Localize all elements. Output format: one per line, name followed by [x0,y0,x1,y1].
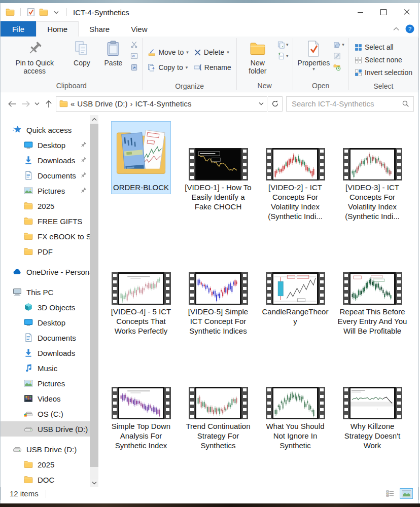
new-folder-qat-button[interactable] [39,8,48,17]
delete-button[interactable]: Delete▾ [194,48,231,56]
sidebar-item-usb-drive-d[interactable]: USB Drive (D:) [1,421,90,437]
search-icon[interactable] [402,100,409,107]
copy-button[interactable]: Copy [66,38,97,67]
paste-shortcut-button[interactable] [130,63,138,71]
sidebar-item-fx-ebook-to-sell[interactable]: FX eBOOK to SELL [1,229,90,244]
minimize-button[interactable] [348,3,372,21]
file-item-video-3-ict-concepts-for-volatility-index-synthetic-indi[interactable]: [VIDEO-3] - ICT Concepts For Volatility … [334,122,411,223]
sidebar-item-desktop[interactable]: Desktop [1,315,90,330]
sidebar-item-pictures[interactable]: Pictures [1,183,90,198]
sidebar-item-2025[interactable]: 2025 [1,457,90,472]
address-dropdown-chevron-icon[interactable] [259,102,264,105]
properties-qat-button[interactable] [26,8,36,17]
sidebar-item-pdf[interactable]: PDF [1,244,90,259]
sidebar-item-downloads[interactable]: Downloads [1,345,90,360]
scroll-up-button[interactable] [90,115,98,124]
file-item-video-4-5-ict-concepts-that-works-perfectly[interactable]: [VIDEO-4] - 5 ICT Concepts That Works Pe… [102,246,180,337]
file-item-candlerangetheory[interactable]: CandleRangeTheory [257,246,334,337]
invert-selection-button[interactable]: Invert selection [355,68,412,77]
sidebar-item-2025[interactable]: 2025 [1,198,90,213]
sidebar-item-usb-drive-d[interactable]: USB Drive (D:) [1,442,90,457]
breadcrumb-current[interactable]: ICT-4-Synthetics [135,99,192,108]
tab-file[interactable]: File [1,21,36,37]
file-item-video-2-ict-concepts-for-volatility-index-synthetic-indi[interactable]: [VIDEO-2] - ICT Concepts For Volatility … [257,122,334,223]
sidebar-item-downloads[interactable]: Downloads [1,153,90,168]
download-icon [24,348,33,357]
address-bar[interactable]: « USB Drive (D:) › ICT-4-Synthetics [56,96,267,112]
file-item-video-5-simple-ict-concept-for-synthetic-indices[interactable]: [VIDEO-5] Simple ICT Concept For Synthet… [180,246,257,337]
help-button[interactable]: ? [405,24,414,33]
rename-button[interactable]: Rename [194,63,231,71]
maximize-button[interactable] [372,3,395,21]
file-item-simple-top-down-analysis-for-synthetic-index[interactable]: Simple Top Down Analysis For Synthetic I… [102,360,180,452]
sidebar-item-music[interactable]: Music [1,360,90,376]
sidebar-item-videos[interactable]: Videos [1,391,90,406]
tab-home[interactable]: Home [36,21,79,37]
thumbnail-view-button[interactable] [400,488,413,499]
qat-customize-chevron-icon[interactable] [52,8,61,17]
refresh-button[interactable] [268,96,283,112]
select-none-icon [355,56,362,64]
file-item-why-killzone-strategy-doesn-t-work[interactable]: Why Killzone Strategy Doesn't Work [334,360,411,452]
sidebar-item-quick-access[interactable]: Quick access [1,122,90,137]
history-button[interactable] [333,63,344,71]
pc-icon [13,287,22,297]
close-button[interactable] [395,3,418,21]
file-item-what-you-should-not-ignore-in-synthetic[interactable]: What You Should Not Ignore In Synthetic [257,360,334,452]
sidebar-item-free-gifts[interactable]: FREE GIFTS [1,213,90,229]
sidebar-item-desktop[interactable]: Desktop [1,137,90,153]
file-item-video-1-how-to-easily-identify-a-fake-choch[interactable]: [VIDEO-1] - How To Easily Identify a Fak… [180,122,257,223]
sidebar-scrollbar[interactable] [90,115,98,487]
file-item-order-block[interactable]: ORDER-BLOCK [102,122,180,223]
select-none-button[interactable]: Select none [355,56,412,64]
folder-icon [24,201,33,210]
file-item-repeat-this-before-every-entry-and-you-will-be-profitable[interactable]: Repeat This Before Every Entry And You W… [334,246,411,337]
sidebar-item-label: USB Drive (D:) [38,425,90,433]
open-button[interactable]: ▾ [333,41,344,49]
scrollbar-thumb[interactable] [90,124,98,467]
filmstrip-holes-right [319,387,325,419]
sidebar-item-label: DOC [38,476,90,484]
up-button[interactable] [42,97,55,111]
search-box[interactable] [286,96,414,112]
sidebar-item-doc[interactable]: DOC [1,472,90,487]
scroll-down-button[interactable] [90,479,98,487]
select-all-button[interactable]: Select all [355,43,412,51]
sidebar-item-documents[interactable]: Documents [1,330,90,345]
collapse-ribbon-button[interactable] [393,27,399,31]
breadcrumb-root[interactable]: USB Drive (D:) [77,99,127,108]
sidebar-item-3d-objects[interactable]: 3D Objects [1,300,90,315]
forward-button[interactable] [19,97,32,111]
item-count: 12 items [10,489,39,498]
new-folder-button[interactable]: New folder [239,38,276,75]
tab-view[interactable]: View [120,21,158,37]
chevron-down-icon [34,102,40,105]
sidebar-item-this-pc[interactable]: This PC [1,284,90,300]
easy-access-button[interactable]: ▾ [277,41,289,49]
video-frame [349,272,396,305]
status-bar: 12 items [1,487,418,500]
sidebar-item-onedrive-personal[interactable]: OneDrive - Personal [1,264,90,279]
video-frame [118,272,164,305]
search-input[interactable] [291,99,402,108]
properties-button[interactable]: Properties ▾ [296,38,332,71]
paste-button[interactable]: Paste [97,38,129,67]
cut-button[interactable] [130,41,138,49]
details-view-button[interactable] [383,488,397,499]
copy-to-button[interactable]: Copy to▾ [148,63,188,71]
sidebar-item-pictures[interactable]: Pictures [1,376,90,391]
sidebar-item-os-c[interactable]: OS (C:) [1,406,90,421]
maximize-icon [380,9,387,15]
move-to-button[interactable]: Move to▾ [148,48,188,56]
breadcrumb-prefix[interactable]: « [71,99,75,108]
pin-to-quick-access-button[interactable]: Pin to Quick access [3,38,66,75]
edit-button[interactable] [333,52,344,60]
file-item-trend-continuation-strategy-for-synthetics[interactable]: Trend Continuation Strategy For Syntheti… [180,360,257,452]
sidebar-item-documents[interactable]: Documents [1,168,90,183]
new-item-button[interactable]: ▾ [277,52,289,60]
back-button[interactable] [5,97,19,111]
tab-share[interactable]: Share [79,21,120,37]
recent-locations-button[interactable] [32,97,42,111]
copy-path-button[interactable]: W... [130,52,138,60]
filmstrip-holes-left [112,387,118,419]
